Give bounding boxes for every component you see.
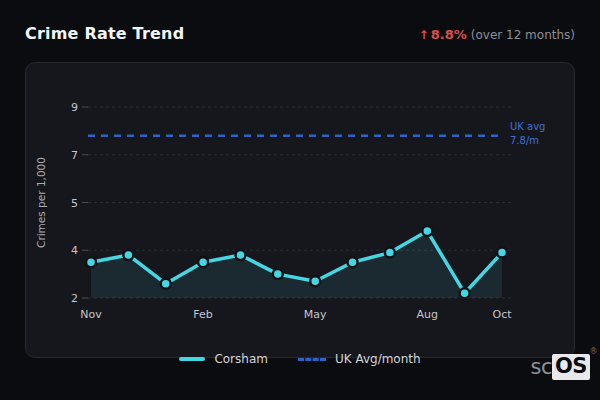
data-point — [497, 248, 507, 258]
trend-caption: (over 12 months) — [471, 28, 575, 42]
data-point — [236, 250, 246, 260]
logo-suffix-box: OS ® — [552, 354, 590, 380]
x-tick-label: Feb — [193, 308, 212, 321]
page-title: Crime Rate Trend — [25, 24, 184, 43]
trend-value: 8.8% — [431, 27, 467, 42]
legend-item-corsham: Corsham — [179, 352, 268, 366]
registered-mark: ® — [590, 348, 598, 357]
logo-prefix: sc — [531, 355, 553, 379]
y-tick-label: 9 — [71, 101, 78, 114]
data-point — [161, 279, 171, 289]
data-point — [123, 250, 133, 260]
chart-panel: 24579Crimes per 1,000NovFebMayAugOctUK a… — [25, 62, 575, 358]
y-tick-label: 4 — [71, 244, 78, 257]
y-tick-label: 7 — [71, 149, 78, 162]
data-point — [422, 226, 432, 236]
header: Crime Rate Trend ↑8.8%(over 12 months) — [25, 24, 575, 43]
uk-avg-label: 7.8/m — [510, 135, 539, 146]
data-point — [348, 257, 358, 267]
legend-label-uk-avg: UK Avg/month — [335, 352, 421, 366]
data-point — [385, 248, 395, 258]
corsham-line-swatch-icon — [179, 357, 205, 361]
x-tick-label: Aug — [417, 308, 438, 321]
x-tick-label: Nov — [80, 308, 102, 321]
x-tick-label: May — [304, 308, 327, 321]
data-point — [86, 257, 96, 267]
data-point — [273, 269, 283, 279]
corsham-area-fill — [91, 231, 502, 298]
data-point — [198, 257, 208, 267]
crime-trend-chart: 24579Crimes per 1,000NovFebMayAugOctUK a… — [26, 63, 574, 357]
legend-label-corsham: Corsham — [214, 352, 268, 366]
y-tick-label: 5 — [71, 197, 78, 210]
scos-logo: sc OS ® — [531, 354, 590, 380]
chart-legend: Corsham UK Avg/month — [0, 352, 600, 366]
x-tick-label: Oct — [492, 308, 512, 321]
uk-avg-label: UK avg — [510, 121, 545, 132]
uk-avg-dashed-swatch-icon — [298, 358, 326, 361]
data-point — [310, 276, 320, 286]
data-point — [460, 288, 470, 298]
y-tick-label: 2 — [71, 292, 78, 305]
logo-suffix: OS — [555, 354, 587, 378]
trend-up-arrow-icon: ↑ — [419, 28, 429, 42]
legend-item-uk-avg: UK Avg/month — [298, 352, 421, 366]
y-axis-title: Crimes per 1,000 — [35, 157, 47, 248]
trend-indicator: ↑8.8%(over 12 months) — [419, 27, 575, 42]
